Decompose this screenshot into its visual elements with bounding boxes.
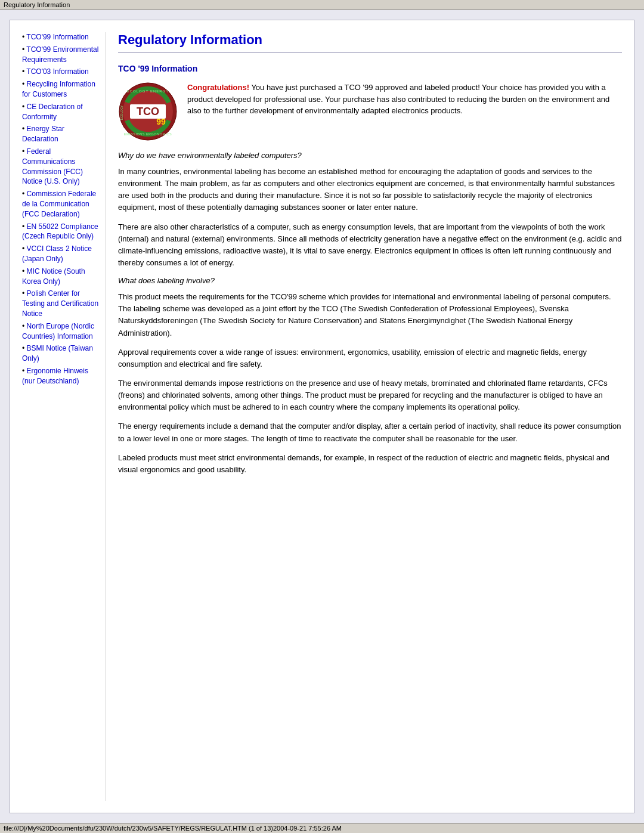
- section-title: TCO '99 Information: [118, 64, 622, 73]
- sidebar-item-ergonomie[interactable]: Ergonomie Hinweis (nur Deutschland): [22, 367, 88, 385]
- paragraph3: This product meets the requirements for …: [118, 291, 622, 339]
- tco-intro-text: Congratulations! You have just purchased…: [187, 82, 622, 117]
- list-item: Recycling Information for Customers: [22, 79, 100, 100]
- paragraph5: The environmental demands impose restric…: [118, 377, 622, 413]
- intro-text: You have just purchased a TCO '99 approv…: [187, 83, 609, 115]
- page-container: TCO'99 Information TCO'99 Environmental …: [10, 20, 634, 813]
- sidebar-item-vcci[interactable]: VCCI Class 2 Notice (Japan Only): [22, 244, 92, 263]
- list-item: Commission Federale de la Communication …: [22, 189, 100, 219]
- status-bar-text: file:///D|/My%20Documents/dfu/230W/dutch…: [4, 825, 342, 832]
- list-item: Ergonomie Hinweis (nur Deutschland): [22, 366, 100, 386]
- sidebar-item-tco99-env[interactable]: TCO'99 Environmental Requirements: [22, 45, 98, 64]
- svg-text:ECOLOGY  ENERGY: ECOLOGY ENERGY: [127, 89, 169, 93]
- main-window: TCO'99 Information TCO'99 Environmental …: [0, 10, 644, 823]
- sidebar-item-mic-notice[interactable]: MIC Notice (South Korea Only): [22, 267, 85, 286]
- list-item: TCO'03 Information: [22, 67, 100, 77]
- sidebar-item-energy-star[interactable]: Energy Star Declaration: [22, 125, 64, 143]
- paragraph2: There are also other characteristics of …: [118, 221, 622, 270]
- list-item: MIC Notice (South Korea Only): [22, 267, 100, 287]
- title-bar-text: Regulatory Information: [4, 1, 70, 8]
- sidebar: TCO'99 Information TCO'99 Environmental …: [22, 32, 106, 801]
- svg-text:TCO: TCO: [137, 106, 159, 117]
- congrats-label: Congratulations!: [187, 83, 249, 92]
- list-item: VCCI Class 2 Notice (Japan Only): [22, 244, 100, 264]
- sidebar-nav: TCO'99 Information TCO'99 Environmental …: [22, 32, 100, 386]
- sidebar-item-north-europe[interactable]: North Europe (Nordic Countries) Informat…: [22, 322, 94, 340]
- list-item: Federal Communications Commission (FCC) …: [22, 147, 100, 187]
- content-area: TCO'99 Information TCO'99 Environmental …: [10, 20, 634, 813]
- sidebar-item-tco03-info[interactable]: TCO'03 Information: [26, 67, 88, 76]
- status-bar: file:///D|/My%20Documents/dfu/230W/dutch…: [0, 823, 644, 833]
- tco-intro: TCO 99 ECOLOGY ENERGY EMISSIONS ERGONOMI…: [118, 82, 622, 141]
- title-bar: Regulatory Information: [0, 0, 644, 10]
- svg-text:99: 99: [156, 117, 166, 126]
- list-item: North Europe (Nordic Countries) Informat…: [22, 321, 100, 342]
- list-item: EN 55022 Compliance (Czech Republic Only…: [22, 222, 100, 242]
- list-item: BSMI Notice (Taiwan Only): [22, 343, 100, 364]
- tco-logo: TCO 99 ECOLOGY ENERGY EMISSIONS ERGONOMI…: [118, 82, 178, 141]
- list-item: Energy Star Declaration: [22, 124, 100, 144]
- sidebar-item-polish-center[interactable]: Polish Center for Testing and Certificat…: [22, 289, 98, 318]
- page-title: Regulatory Information: [118, 32, 622, 48]
- list-item: TCO'99 Environmental Requirements: [22, 45, 100, 65]
- paragraph7: Labeled products must meet strict enviro…: [118, 452, 622, 476]
- sidebar-item-commission-fcc[interactable]: Commission Federale de la Communication …: [22, 190, 96, 218]
- divider: [118, 52, 622, 53]
- list-item: Polish Center for Testing and Certificat…: [22, 289, 100, 318]
- list-item: TCO'99 Information: [22, 32, 100, 42]
- svg-text:ECOLOGY: ECOLOGY: [120, 105, 123, 120]
- paragraph4: Approval requirements cover a wide range…: [118, 346, 622, 370]
- sidebar-item-tco99-info[interactable]: TCO'99 Information: [26, 33, 88, 41]
- sidebar-item-ce-decl[interactable]: CE Declaration of Conformity: [22, 103, 83, 121]
- main-content: Regulatory Information TCO '99 Informati…: [106, 32, 622, 801]
- paragraph6: The energy requirements include a demand…: [118, 420, 622, 444]
- sidebar-item-bsmi[interactable]: BSMI Notice (Taiwan Only): [22, 344, 93, 363]
- sidebar-item-fcc-notice[interactable]: Federal Communications Commission (FCC) …: [22, 147, 83, 185]
- heading2: What does labeling involve?: [118, 276, 622, 285]
- sidebar-item-en55022[interactable]: EN 55022 Compliance (Czech Republic Only…: [22, 222, 98, 241]
- list-item: CE Declaration of Conformity: [22, 102, 100, 122]
- sidebar-item-recycling[interactable]: Recycling Information for Customers: [22, 80, 95, 98]
- svg-text:EMISSIONS  ERGONOMICS: EMISSIONS ERGONOMICS: [124, 132, 172, 136]
- heading1: Why do we have environmentally labeled c…: [118, 151, 622, 160]
- paragraph1: In many countries, environmental labelin…: [118, 166, 622, 214]
